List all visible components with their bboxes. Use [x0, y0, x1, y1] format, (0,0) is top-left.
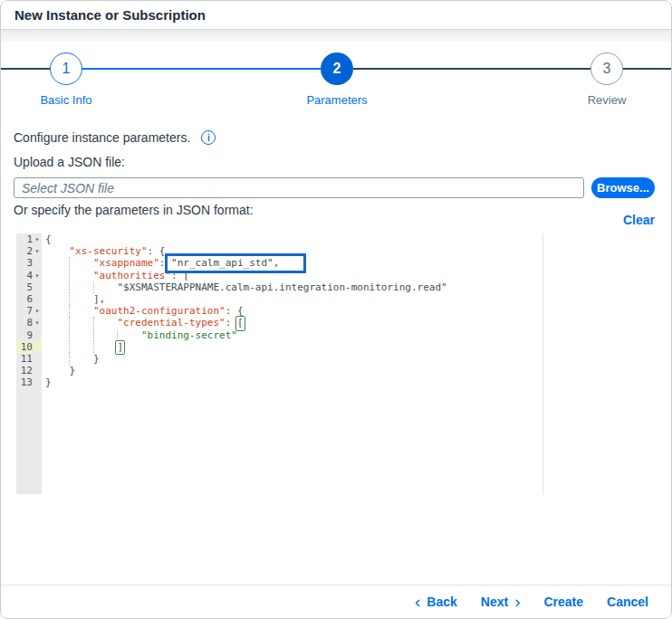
gutter-line-7: 7▾: [16, 305, 42, 317]
back-button[interactable]: ‹ Back: [415, 595, 457, 609]
gutter-line-10: 10: [16, 341, 42, 353]
fold-toggle-icon[interactable]: ▾: [33, 317, 42, 329]
code-token: :: [226, 317, 237, 329]
line-number: 11: [21, 353, 33, 365]
gutter-line-6: 6: [16, 293, 42, 305]
clear-link[interactable]: Clear: [623, 213, 655, 227]
code-line-4: "authorities": [: [45, 270, 655, 281]
gutter-line-4: 4▾: [16, 270, 42, 281]
cancel-button-label: Cancel: [607, 595, 648, 609]
indent-space: [45, 270, 69, 281]
code-line-2: "xs-security": {: [45, 245, 655, 257]
upload-json-label: Upload a JSON file:: [14, 155, 655, 169]
cancel-button[interactable]: Cancel: [607, 595, 648, 609]
code-token: ],: [93, 293, 105, 305]
code-token: "binding-secret": [141, 329, 237, 341]
indent-space: [45, 293, 69, 305]
indent-space: [45, 317, 69, 329]
code-token: "xs-security": [69, 245, 147, 257]
line-number: 5: [26, 281, 33, 293]
dialog-footer: ‹ Back Next › Create Cancel: [1, 585, 671, 618]
code-line-10: ]: [45, 341, 655, 353]
step-3-circle: 3: [590, 52, 623, 85]
step-1-number: 1: [62, 61, 71, 77]
print-margin-line: [542, 233, 543, 494]
info-icon-glyph: i: [207, 133, 210, 143]
code-token: "oauth2-configuration": [93, 305, 226, 317]
indent-guide: [69, 317, 92, 329]
gutter-line-12: 12: [16, 365, 42, 376]
step-review[interactable]: 3 Review: [552, 52, 661, 107]
code-token: "authorities": [93, 270, 171, 281]
step-1-circle: 1: [50, 52, 82, 85]
code-line-3: "xsappname": "nr_calm_api_std",: [45, 257, 655, 269]
code-token: : [: [171, 270, 189, 281]
code-token: "xsappname": [93, 257, 159, 269]
indent-guide: [69, 353, 92, 365]
line-number: 6: [26, 293, 33, 305]
next-button[interactable]: Next ›: [481, 595, 521, 609]
line-number: 3: [26, 257, 33, 269]
dialog-title: New Instance or Subscription: [14, 7, 206, 23]
browse-button[interactable]: Browse...: [591, 177, 655, 198]
info-icon[interactable]: i: [201, 130, 216, 145]
fold-toggle-icon[interactable]: ▾: [33, 233, 42, 245]
indent-guide: [69, 341, 92, 353]
step-3-number: 3: [603, 61, 611, 77]
gutter-line-2: 2▾: [16, 245, 42, 257]
bracket-match-highlight: ]: [117, 341, 123, 353]
line-number: 2: [26, 245, 33, 257]
create-button[interactable]: Create: [543, 595, 583, 609]
create-button-label: Create: [543, 595, 583, 609]
line-number: 1: [26, 233, 33, 245]
code-line-6: ],: [45, 293, 655, 305]
code-line-12: }: [45, 365, 655, 376]
code-line-9: "binding-secret": [45, 329, 655, 341]
step-3-label: Review: [552, 93, 661, 107]
gutter-line-8: 8▾: [16, 317, 42, 329]
indent-space: [45, 353, 69, 365]
gutter-line-13: 13: [16, 376, 42, 388]
step-2-label: Parameters: [283, 93, 391, 107]
indent-guide: [93, 341, 117, 353]
code-token: "$XSMASTERAPPNAME.calm-api.integration-m…: [117, 281, 446, 293]
configure-instructions-text: Configure instance parameters.: [14, 130, 190, 145]
editor-code-lines[interactable]: {"xs-security": {"xsappname": "nr_calm_a…: [42, 233, 655, 494]
indent-space: [45, 281, 69, 293]
back-button-label: Back: [427, 595, 456, 609]
indent-guide: [93, 329, 117, 341]
indent-guide: [117, 329, 140, 341]
code-token: :: [159, 257, 171, 269]
code-token: }: [69, 365, 75, 376]
code-line-13: }: [45, 376, 655, 388]
code-line-11: }: [45, 353, 655, 365]
next-button-label: Next: [481, 595, 508, 609]
indent-guide: [69, 257, 92, 269]
line-number: 9: [26, 329, 33, 341]
indent-space: [45, 341, 69, 353]
json-file-input[interactable]: [14, 177, 584, 198]
step-parameters[interactable]: 2 Parameters: [283, 52, 391, 107]
gutter-line-1: 1▾: [16, 233, 42, 245]
fold-toggle-icon[interactable]: ▾: [33, 305, 42, 317]
line-number: 13: [21, 376, 33, 388]
back-chevron-icon: ‹: [415, 595, 420, 608]
new-instance-dialog: New Instance or Subscription 1 Basic Inf…: [0, 0, 672, 619]
code-token: : {: [148, 245, 166, 257]
fold-toggle-icon[interactable]: ▾: [33, 270, 42, 281]
line-number: 4: [26, 270, 33, 281]
indent-guide: [69, 305, 92, 317]
indent-space: [45, 365, 69, 376]
dialog-header: New Instance or Subscription: [1, 1, 671, 30]
indent-guide: [69, 329, 92, 341]
indent-space: [45, 305, 69, 317]
json-code-editor[interactable]: 1▾2▾34▾567▾8▾910111213 {"xs-security": {…: [16, 233, 655, 494]
bracket-match-highlight: [: [237, 317, 244, 329]
indent-space: [45, 245, 69, 257]
gutter-line-9: 9: [16, 329, 42, 341]
parameters-form: Configure instance parameters. i Upload …: [1, 130, 671, 494]
step-basic-info[interactable]: 1 Basic Info: [12, 52, 120, 107]
fold-toggle-icon[interactable]: ▾: [33, 245, 42, 257]
gutter-line-11: 11: [16, 353, 42, 365]
line-number: 10: [21, 341, 33, 353]
